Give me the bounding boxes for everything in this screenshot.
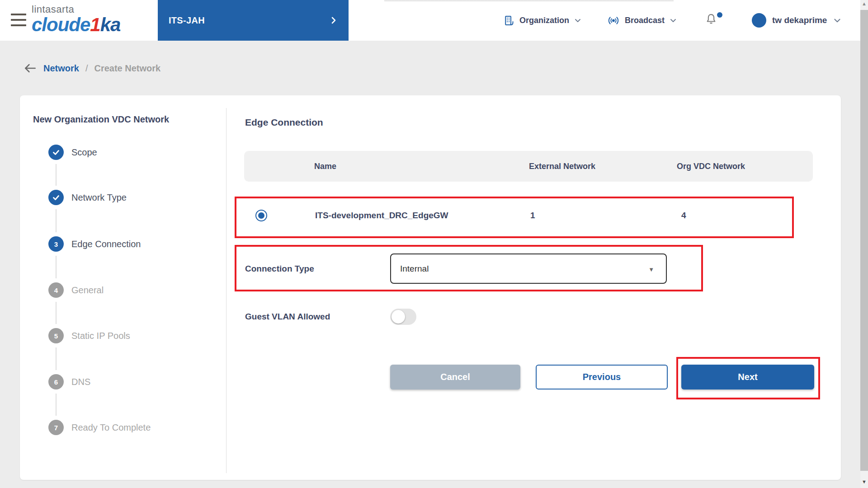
- wizard-step-network-type[interactable]: Network Type: [48, 190, 127, 205]
- wizard-step-ready-to-complete[interactable]: 7 Ready To Complete: [48, 420, 151, 435]
- wizard-step-scope[interactable]: Scope: [48, 145, 97, 160]
- column-header-org-vdc-network: Org VDC Network: [677, 151, 745, 182]
- wizard-step-dns[interactable]: 6 DNS: [48, 374, 90, 389]
- broadcast-icon: [607, 14, 620, 27]
- guest-vlan-toggle[interactable]: [390, 309, 416, 325]
- user-name: tw dekaprime: [772, 15, 827, 25]
- dropdown-arrow-icon: ▼: [648, 266, 654, 273]
- wizard-title: New Organization VDC Network: [33, 114, 169, 125]
- step-upcoming-circle: 5: [48, 328, 64, 343]
- cancel-button[interactable]: Cancel: [390, 365, 520, 389]
- connection-type-select[interactable]: Internal ▼: [390, 253, 667, 284]
- next-button[interactable]: Next: [681, 365, 814, 389]
- guest-vlan-label: Guest VLAN Allowed: [245, 312, 330, 322]
- step-label: Network Type: [71, 192, 127, 203]
- project-selector[interactable]: ITS-JAH: [158, 0, 349, 41]
- step-label: Scope: [71, 147, 97, 158]
- step-upcoming-circle: 4: [48, 282, 64, 298]
- user-menu[interactable]: tw dekaprime: [752, 0, 842, 41]
- brand-logo: lintasarta cloude1ka: [32, 4, 136, 34]
- step-upcoming-circle: 6: [48, 374, 64, 389]
- step-label: Ready To Complete: [71, 422, 151, 433]
- scrollbar[interactable]: ▲ ▼: [860, 0, 868, 488]
- step-connector: [56, 164, 57, 186]
- step-done-circle: [48, 145, 64, 160]
- step-number: 7: [54, 424, 58, 432]
- brand-name: cloude1ka: [32, 16, 136, 34]
- table-header: Name External Network Org VDC Network: [244, 151, 813, 182]
- chevron-down-icon: [574, 16, 582, 24]
- vertical-divider: [226, 108, 226, 473]
- step-number: 5: [54, 332, 58, 340]
- wizard-step-general[interactable]: 4 General: [48, 282, 104, 298]
- menu-icon[interactable]: [11, 14, 26, 26]
- radio-dot: [258, 212, 264, 219]
- toggle-knob: [392, 310, 405, 324]
- step-label: General: [71, 285, 104, 296]
- app-header: lintasarta cloude1ka ITS-JAH Organizatio…: [0, 0, 868, 41]
- step-number: 4: [54, 286, 58, 294]
- cell-external-network-count: 1: [530, 211, 535, 221]
- wizard-card: New Organization VDC Network Scope Netwo…: [20, 95, 841, 480]
- step-label: Static IP Pools: [71, 331, 130, 341]
- cell-org-vdc-network-count: 4: [681, 211, 686, 221]
- chevron-right-icon: [329, 15, 339, 25]
- scrollbar-thumb[interactable]: [860, 10, 868, 471]
- column-header-name: Name: [314, 151, 336, 182]
- check-icon: [52, 193, 61, 202]
- back-arrow-icon[interactable]: [23, 62, 37, 74]
- connection-type-label: Connection Type: [245, 264, 314, 274]
- broadcast-menu[interactable]: Broadcast: [607, 0, 677, 41]
- step-upcoming-circle: 7: [48, 420, 64, 435]
- breadcrumb-separator: /: [85, 63, 88, 74]
- breadcrumb-network-link[interactable]: Network: [43, 63, 79, 74]
- page-title: Edge Connection: [245, 117, 323, 128]
- step-connector: [56, 302, 57, 324]
- connection-type-value: Internal: [400, 264, 429, 274]
- step-current-circle: 3: [48, 236, 64, 252]
- step-connector: [56, 347, 57, 370]
- cell-edge-gateway-name: ITS-development_DRC_EdgeGW: [315, 211, 448, 221]
- step-label: DNS: [71, 377, 90, 387]
- wizard-step-static-ip-pools[interactable]: 5 Static IP Pools: [48, 328, 130, 343]
- bell-icon: [704, 12, 718, 27]
- column-header-external-network: External Network: [529, 151, 595, 182]
- previous-button[interactable]: Previous: [536, 365, 668, 389]
- project-label: ITS-JAH: [169, 15, 205, 26]
- notification-dot: [717, 12, 722, 18]
- edge-gateway-radio[interactable]: [255, 210, 267, 221]
- step-number: 3: [54, 240, 58, 248]
- step-number: 6: [54, 378, 58, 386]
- scrollbar-up-arrow-icon[interactable]: ▲: [860, 1, 868, 6]
- avatar: [752, 13, 766, 28]
- chevron-down-icon: [669, 16, 677, 24]
- screen: lintasarta cloude1ka ITS-JAH Organizatio…: [0, 0, 868, 488]
- chevron-down-icon: [833, 16, 842, 25]
- header-shadow: [384, 0, 674, 2]
- check-icon: [52, 148, 61, 157]
- broadcast-label: Broadcast: [625, 16, 665, 25]
- notifications-button[interactable]: [704, 12, 724, 28]
- step-done-circle: [48, 190, 64, 205]
- step-connector: [56, 256, 57, 278]
- scrollbar-down-arrow-icon[interactable]: ▼: [860, 479, 868, 484]
- step-connector: [56, 209, 57, 232]
- step-connector: [56, 394, 57, 416]
- breadcrumb-current: Create Network: [94, 63, 160, 74]
- breadcrumb: Network / Create Network: [23, 62, 160, 74]
- organization-icon: [503, 14, 515, 27]
- organization-label: Organization: [519, 16, 569, 25]
- wizard-step-edge-connection[interactable]: 3 Edge Connection: [48, 236, 141, 252]
- step-label: Edge Connection: [71, 239, 141, 249]
- organization-menu[interactable]: Organization: [503, 0, 582, 41]
